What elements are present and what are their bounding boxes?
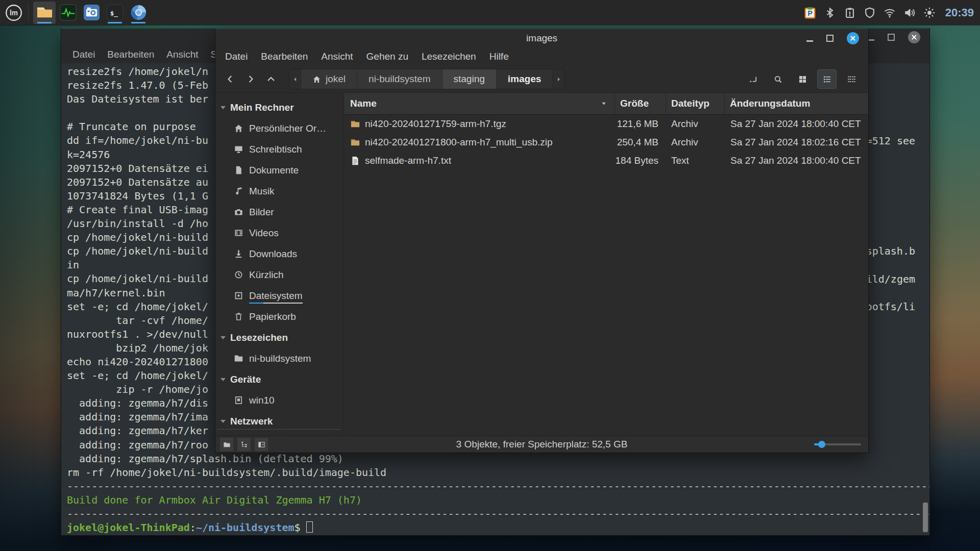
file-manager-close-button[interactable] bbox=[847, 32, 859, 44]
sidebar-section-mein-rechner[interactable]: Mein Rechner bbox=[215, 97, 344, 118]
sidebar-section-netzwerk[interactable]: Netzwerk bbox=[215, 411, 344, 432]
breadcrumb-scroll-left[interactable] bbox=[289, 69, 301, 89]
location-entry-button[interactable] bbox=[744, 69, 763, 89]
system-monitor-launcher[interactable] bbox=[57, 2, 79, 24]
statusbar: 3 Objekte, freier Speicherplatz: 52,5 GB bbox=[215, 436, 868, 453]
sb-toggle-button[interactable] bbox=[254, 437, 268, 452]
system-monitor-icon bbox=[59, 4, 77, 21]
breadcrumb-ni-buildsystem[interactable]: ni-buildsystem bbox=[357, 69, 442, 89]
file-type-cell: Text bbox=[666, 155, 724, 166]
terminal-line: rm -rf /home/jokel/ni-buildsystem/.build… bbox=[67, 466, 915, 480]
forward-icon bbox=[246, 74, 256, 84]
files-launcher[interactable] bbox=[33, 2, 56, 24]
menu-ansicht[interactable]: Ansicht bbox=[314, 51, 359, 62]
clock[interactable]: 20:39 bbox=[945, 6, 974, 19]
zoom-slider-handle[interactable] bbox=[818, 441, 825, 448]
sidebar-item-kürzlich[interactable]: Kürzlich bbox=[215, 264, 344, 285]
sidebar-item-videos[interactable]: Videos bbox=[215, 222, 344, 243]
up-button[interactable] bbox=[261, 69, 281, 89]
top-panel: 20:39 bbox=[0, 0, 980, 25]
forward-button[interactable] bbox=[241, 69, 260, 89]
file-list-pane: NameGrößeDateitypÄnderungsdatum ni420-20… bbox=[344, 93, 868, 436]
breadcrumb-staging[interactable]: staging bbox=[443, 69, 497, 89]
sidebar-item-ni-buildsystem[interactable]: ni-buildsystem bbox=[215, 348, 344, 369]
pictures-icon bbox=[234, 207, 243, 217]
search-button[interactable] bbox=[768, 69, 788, 89]
sidebar-item-dateisystem[interactable]: Dateisystem bbox=[215, 285, 344, 306]
sidebar-section-geräte[interactable]: Geräte bbox=[215, 369, 344, 390]
menu-gehen-zu[interactable]: Gehen zu bbox=[360, 51, 415, 62]
sb-places-button[interactable] bbox=[219, 437, 234, 452]
terminal-line-fragment: ild/zgem bbox=[866, 272, 915, 286]
screenshot-launcher[interactable] bbox=[80, 2, 103, 24]
brightness-tray-button[interactable] bbox=[923, 7, 936, 19]
table-row[interactable]: ni420-202401271800-arm-h7_multi_usb.zip2… bbox=[344, 133, 868, 152]
clipboard-alert-icon bbox=[844, 7, 856, 19]
volume-tray-button[interactable] bbox=[903, 7, 916, 19]
menu-datei[interactable]: Datei bbox=[218, 51, 254, 62]
sidebar-item-dokumente[interactable]: Dokumente bbox=[215, 160, 344, 181]
sidebar-item-label: Dokumente bbox=[249, 165, 299, 176]
sidebar-section-label: Mein Rechner bbox=[230, 102, 294, 113]
file-manager-minimize-button[interactable] bbox=[806, 35, 813, 42]
column-header-label: Größe bbox=[620, 98, 649, 109]
sb-tree-button[interactable] bbox=[237, 437, 251, 452]
sidebar-item-label: Musik bbox=[249, 186, 275, 197]
list-view-button[interactable] bbox=[817, 69, 837, 89]
crumb-right-icon bbox=[555, 76, 562, 83]
table-row[interactable]: ni420-202401271759-arm-h7.tgz121,6 MBArc… bbox=[344, 115, 868, 133]
minimize-icon bbox=[806, 40, 813, 42]
menu-bearbeiten[interactable]: Bearbeiten bbox=[254, 51, 314, 62]
prompt-colon: : bbox=[190, 521, 196, 534]
zoom-slider[interactable] bbox=[814, 440, 861, 449]
column-header-dateityp[interactable]: Dateityp bbox=[666, 93, 724, 114]
terminal-menu-datei[interactable]: Datei bbox=[66, 49, 101, 60]
terminal-launcher[interactable] bbox=[104, 2, 126, 24]
sidebar-item-label: Schreibtisch bbox=[249, 144, 302, 155]
browser-launcher[interactable] bbox=[127, 2, 150, 24]
browser-icon bbox=[130, 4, 148, 21]
compact-view-button[interactable] bbox=[842, 69, 861, 89]
sidebar-item-persönlicher-or-[interactable]: Persönlicher Or… bbox=[215, 118, 344, 139]
breadcrumb-scroll-right[interactable] bbox=[553, 69, 565, 89]
sidebar-item-papierkorb[interactable]: Papierkorb bbox=[215, 306, 344, 327]
shield-tray-button[interactable] bbox=[864, 7, 876, 19]
breadcrumb-images[interactable]: images bbox=[497, 69, 553, 89]
terminal-cursor bbox=[306, 521, 313, 533]
terminal-menu-ansicht[interactable]: Ansicht bbox=[160, 49, 204, 60]
terminal-close-button[interactable] bbox=[908, 31, 920, 43]
back-button[interactable] bbox=[220, 69, 240, 89]
compact-view-icon bbox=[847, 74, 856, 84]
terminal-prompt-line: jokel@jokel-ThinkPad:~/ni-buildsystem$ bbox=[67, 521, 915, 535]
mint-menu-button[interactable] bbox=[3, 2, 24, 23]
file-manager-maximize-button[interactable] bbox=[826, 35, 834, 42]
statusbar-buttons bbox=[215, 437, 268, 452]
bluetooth-tray-button[interactable] bbox=[824, 7, 836, 19]
wifi-tray-button[interactable] bbox=[884, 7, 896, 19]
bluetooth-icon bbox=[824, 7, 836, 19]
terminal-maximize-button[interactable] bbox=[888, 34, 895, 41]
terminal-menu-bearbeiten[interactable]: Bearbeiten bbox=[101, 49, 160, 60]
sidebar-item-downloads[interactable]: Downloads bbox=[215, 243, 344, 264]
terminal-scrollbar[interactable] bbox=[923, 503, 928, 532]
column-header-änderungsdatum[interactable]: Änderungsdatum bbox=[724, 93, 868, 114]
sidebar-item-win10[interactable]: win10 bbox=[215, 390, 344, 411]
clipboard-manager-tray-button[interactable] bbox=[804, 7, 816, 19]
sidebar-item-label: Downloads bbox=[249, 248, 297, 260]
menu-lesezeichen[interactable]: Lesezeichen bbox=[415, 51, 483, 62]
sidebar-section-lesezeichen[interactable]: Lesezeichen bbox=[215, 327, 344, 348]
breadcrumb-jokel[interactable]: jokel bbox=[301, 69, 357, 89]
menu-hilfe[interactable]: Hilfe bbox=[483, 51, 516, 62]
column-header-name[interactable]: Name bbox=[344, 93, 615, 114]
column-header-größe[interactable]: Größe bbox=[615, 93, 666, 114]
grid-view-button[interactable] bbox=[793, 69, 812, 89]
sidebar-item-label: Videos bbox=[249, 228, 279, 239]
chevron-down-icon bbox=[220, 420, 226, 423]
sidebar-item-musik[interactable]: Musik bbox=[215, 181, 344, 202]
file-manager-titlebar[interactable]: images bbox=[215, 29, 868, 47]
clipboard-alert-tray-button[interactable] bbox=[844, 7, 856, 19]
sidebar-item-schreibtisch[interactable]: Schreibtisch bbox=[215, 139, 344, 160]
terminal-line: ----------------------------------------… bbox=[67, 480, 915, 493]
sidebar-item-bilder[interactable]: Bilder bbox=[215, 202, 344, 222]
table-row[interactable]: selfmade-arm-h7.txt184 BytesTextSa 27 Ja… bbox=[344, 152, 868, 170]
